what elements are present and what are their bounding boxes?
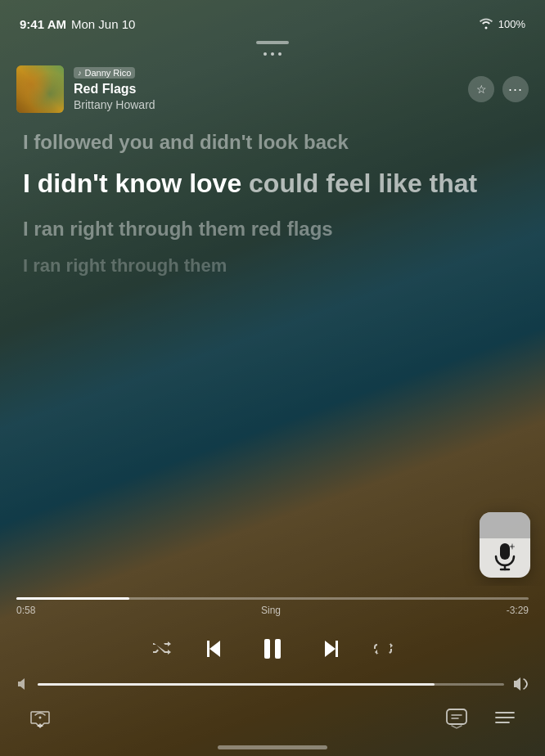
lyric-current-dim: could feel like that <box>249 169 477 198</box>
sing-button[interactable] <box>480 512 530 578</box>
lyrics-area: I followed you and didn't look back I di… <box>0 121 545 586</box>
time-elapsed: 0:58 <box>16 605 35 616</box>
progress-labels: 0:58 Sing -3:29 <box>16 605 529 616</box>
sing-button-handle <box>480 512 530 538</box>
svg-point-5 <box>39 717 42 719</box>
top-menu <box>0 49 545 62</box>
lyric-current-bold: I didn't know love <box>23 169 249 198</box>
status-right: 100% <box>479 18 525 30</box>
volume-fill <box>38 683 435 686</box>
dj-name: Danny Rico <box>85 68 132 78</box>
more-icon: ··· <box>508 81 523 98</box>
shuffle-button[interactable] <box>151 641 171 657</box>
dj-badge: ♪ Danny Rico <box>74 67 135 79</box>
status-bar: 9:41 AM Mon Jun 10 100% <box>0 0 545 36</box>
lyric-current: I didn't know love could feel like that <box>23 168 522 199</box>
star-icon: ☆ <box>476 83 487 96</box>
home-indicator <box>0 745 545 756</box>
battery-icon: 100% <box>498 18 525 30</box>
time-remaining: -3:29 <box>507 605 529 616</box>
more-button[interactable]: ··· <box>502 76 529 102</box>
header-actions: ☆ ··· <box>468 76 529 102</box>
airplay-button[interactable] <box>29 709 51 728</box>
wifi-icon <box>479 18 493 29</box>
bottom-bar <box>0 701 545 745</box>
svg-rect-6 <box>447 709 466 724</box>
progress-fill <box>16 597 129 600</box>
mic-icon-container <box>493 542 517 571</box>
lyrics-button[interactable] <box>445 708 468 729</box>
volume-area <box>0 673 545 701</box>
drag-indicator <box>0 36 545 49</box>
progress-bar[interactable] <box>16 597 529 600</box>
svg-rect-0 <box>500 543 510 560</box>
progress-area: 0:58 Sing -3:29 <box>0 586 545 621</box>
track-artist: Brittany Howard <box>74 98 155 111</box>
status-time: 9:41 AM <box>20 17 66 31</box>
volume-high-icon <box>512 677 529 691</box>
volume-low-icon <box>16 677 29 691</box>
star-button[interactable]: ☆ <box>468 76 494 102</box>
mic-icon <box>493 542 517 571</box>
lyric-future-1: I ran right through them red flags <box>23 216 522 241</box>
svg-rect-4 <box>275 639 281 659</box>
dj-icon: ♪ <box>78 69 82 77</box>
next-button[interactable] <box>318 636 345 662</box>
pause-button[interactable] <box>256 632 289 665</box>
album-art <box>16 65 64 113</box>
album-info: ♪ Danny Rico Red Flags Brittany Howard <box>16 65 155 113</box>
status-date: Mon Jun 10 <box>71 17 135 31</box>
repeat-button[interactable] <box>374 640 394 658</box>
track-info: ♪ Danny Rico Red Flags Brittany Howard <box>74 67 155 110</box>
lyric-future-2: I ran right through them <box>23 254 522 278</box>
queue-button[interactable] <box>494 709 516 727</box>
track-title: Red Flags <box>74 81 155 97</box>
svg-rect-3 <box>264 639 270 659</box>
volume-slider[interactable] <box>38 683 504 686</box>
lyric-past: I followed you and didn't look back <box>23 129 522 155</box>
home-bar <box>218 745 327 749</box>
previous-button[interactable] <box>200 636 227 662</box>
playback-controls <box>0 621 545 673</box>
now-playing-header: ♪ Danny Rico Red Flags Brittany Howard ☆… <box>0 62 545 121</box>
sing-label: Sing <box>261 605 281 616</box>
